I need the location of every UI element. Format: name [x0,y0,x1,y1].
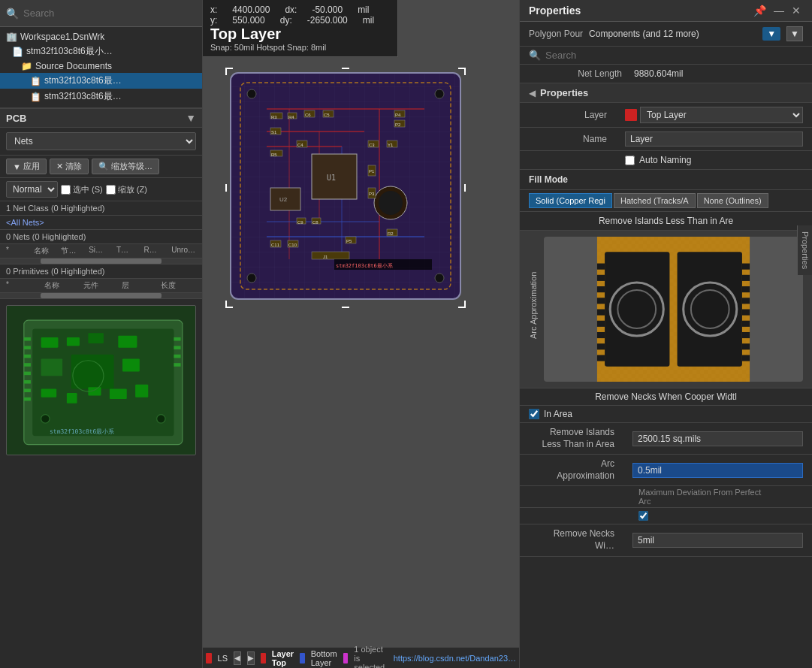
arc-key: Arc Approximation [529,458,626,482]
canvas-area[interactable]: x: 4400.000 dx: -50.000 mil y: 550.000 d… [203,0,519,668]
svg-text:C5: C5 [324,113,330,117]
nets-table-header: * 名称 节… Si… T… R… Unro… [0,244,202,258]
search-input[interactable] [23,8,196,19]
svg-rect-112 [742,275,750,281]
polygon-filter-button[interactable]: ▼ [762,27,780,41]
tree-view: 🏢 Workspace1.DsnWrk 📄 stm32f103c8t6最小… 📁… [0,27,202,108]
svg-rect-16 [24,346,31,349]
props-minimize-button[interactable]: — [771,5,786,17]
props-pin-button[interactable]: 📌 [751,5,768,17]
normal-select[interactable]: Normal [6,181,58,198]
svg-rect-13 [110,388,127,399]
arc-checkbox[interactable] [638,511,648,521]
auto-naming-checkbox[interactable] [625,156,635,165]
nets-section: Nets [0,128,202,156]
svg-rect-26 [174,363,180,367]
max-dev-note: Maximum Deviation From Perfect Arc [520,486,812,508]
apply-button[interactable]: ▼ 应用 [6,159,47,174]
svg-rect-8 [71,355,114,389]
select-checkbox[interactable] [61,185,71,195]
select-checkbox-label[interactable]: 选中 (S) [61,184,103,195]
in-area-row: In Area [520,406,812,423]
col-r: T… [116,246,141,256]
primitives-scrollbar[interactable] [0,293,202,299]
remove-islands-input[interactable] [632,431,803,446]
svg-text:P5: P5 [346,239,352,243]
arc-approx-label: Arc Approximation [529,237,538,382]
svg-rect-110 [678,252,742,366]
layer-select[interactable]: Top Layer [640,107,803,123]
search-icon: 🔍 [6,8,19,20]
select-label: 选中 (S) [73,184,103,195]
file-item-1[interactable]: 📋 stm32f103c8t6最… [0,73,202,89]
scroll-thumb [41,258,161,264]
fill-none-button[interactable]: None (Outlines) [697,193,768,208]
properties-controls: 📌 — ✕ [751,5,803,17]
svg-rect-82 [312,252,349,259]
zoom-checkbox[interactable] [106,185,116,195]
properties-section-header[interactable]: ◀ Properties [520,83,812,103]
svg-text:C11: C11 [271,243,280,247]
svg-rect-4 [67,337,80,346]
svg-rect-23 [174,337,180,341]
project-item[interactable]: 📄 stm32f103c8t6最小… [0,44,202,59]
nets-scrollbar[interactable] [0,258,202,264]
workspace-item[interactable]: 🏢 Workspace1.DsnWrk [0,30,202,44]
layer-top-label: Layer Top [272,649,294,667]
clear-button[interactable]: ✕ 清除 [50,159,89,174]
handle-br[interactable] [458,301,466,308]
pcb-collapse-icon[interactable]: ▼ [186,112,196,124]
svg-text:U1: U1 [327,174,336,182]
handle-bm[interactable] [342,301,349,308]
props-close-button[interactable]: ✕ [789,5,803,17]
svg-text:J1: J1 [323,255,328,259]
zoom-checkbox-label[interactable]: 缩放 (Z) [106,184,147,195]
nets-select[interactable]: Nets [6,132,196,150]
source-docs-item[interactable]: 📁 Source Documents [0,59,202,73]
svg-rect-24 [174,346,180,349]
name-row: Name [520,128,812,151]
prim-col-3: 元件 [83,280,119,291]
nav-next-button[interactable]: ▶ [247,651,255,665]
handle-bl[interactable] [225,301,233,308]
svg-text:P2: P2 [395,122,401,127]
remove-islands-key: Remove Islands Less Than in Area [529,427,626,450]
all-nets[interactable]: <All Nets> [0,216,202,230]
name-input[interactable] [625,131,803,147]
pcb-header[interactable]: PCB ▼ [0,108,202,128]
x-val: 4400.000 [232,5,270,15]
fill-mode-buttons: Solid (Copper Regi Hatched (Tracks/A Non… [520,190,812,212]
col-si: 节… [61,246,86,256]
nav-prev-button[interactable]: ◀ [234,651,241,665]
dx-val: -50.000 [312,5,343,15]
net-length-value: 9880.604mil [634,68,795,79]
svg-text:P3: P3 [369,192,375,196]
snap-info: Snap: 50mil Hotspot Snap: 8mil [210,43,390,52]
search-bar[interactable]: 🔍 [0,0,202,27]
svg-text:P4: P4 [395,113,401,117]
svg-text:C6: C6 [305,113,311,117]
prim-col-2: 名称 [44,280,80,291]
svg-rect-3 [41,337,59,348]
arc-input[interactable] [632,463,803,478]
svg-point-88 [247,89,256,98]
prim-col-1: * [6,280,41,291]
svg-rect-115 [742,310,750,316]
url-text: https://blog.csdn.net/Dandan23… [394,654,516,663]
fill-hatched-button[interactable]: Hatched (Tracks/A [614,193,696,208]
svg-text:R5: R5 [271,153,277,157]
clear-label: 清除 [65,161,82,172]
arc-row: Arc Approximation [520,455,812,486]
zoom-button[interactable]: 🔍 缩放等级… [92,159,159,174]
properties-side-tab[interactable]: Properties [797,225,812,275]
svg-rect-105 [597,310,605,316]
remove-necks-input[interactable] [632,533,803,548]
file-item-2[interactable]: 📋 stm32f103c8t6最… [0,89,202,104]
props-search-bar[interactable]: 🔍 [520,47,812,65]
polygon-dropdown-button[interactable]: ▼ [786,26,803,41]
props-search-input[interactable] [545,50,803,61]
clear-icon: ✕ [56,162,63,171]
svg-point-69 [379,191,403,215]
in-area-checkbox[interactable] [529,409,539,419]
fill-solid-button[interactable]: Solid (Copper Regi [529,193,612,208]
